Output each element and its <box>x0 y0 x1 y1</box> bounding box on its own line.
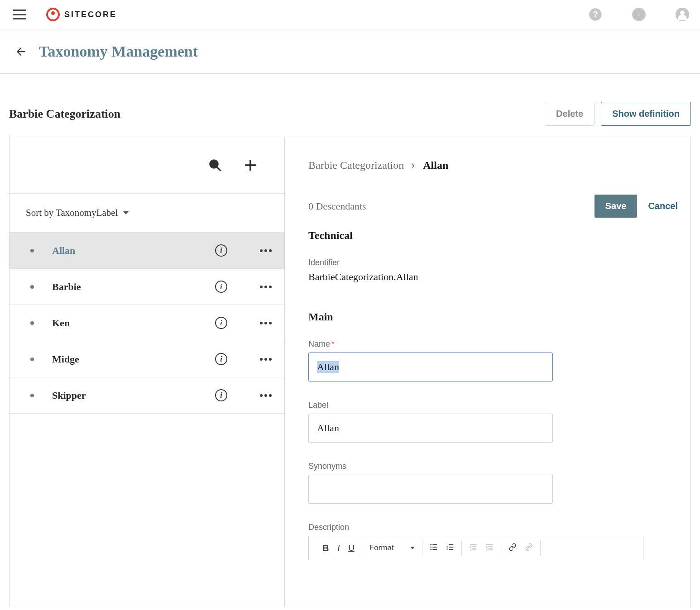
svg-rect-11 <box>432 549 437 550</box>
label-input[interactable] <box>308 414 553 443</box>
help-icon[interactable]: ? <box>589 8 602 21</box>
rte-numbered-list-icon[interactable]: 123 <box>446 543 454 553</box>
info-icon[interactable]: i <box>215 244 227 257</box>
synonyms-label: Synonyms <box>308 462 678 471</box>
tree-item-label: Midge <box>52 353 197 365</box>
more-icon[interactable] <box>260 358 272 361</box>
tree-toolbar <box>10 137 284 194</box>
info-icon[interactable]: i <box>215 317 227 329</box>
identifier-value: BarbieCategorization.Allan <box>308 271 678 283</box>
top-bar: SITECORE ? <box>0 0 700 29</box>
editor-panel: Sort by TaxonomyLabel AllaniBarbieiKeniM… <box>9 137 691 607</box>
bullet-icon <box>30 249 34 253</box>
brand-name: SITECORE <box>64 10 117 19</box>
svg-rect-7 <box>432 544 437 545</box>
tree-item-label: Skipper <box>52 390 197 401</box>
breadcrumb-root[interactable]: Barbie Categorization <box>308 159 404 172</box>
chevron-down-icon <box>123 211 129 214</box>
tree-item[interactable]: Allani <box>10 233 284 269</box>
svg-rect-17 <box>449 549 453 550</box>
gear-icon[interactable] <box>632 8 646 21</box>
logo-mark-icon <box>46 8 60 21</box>
main-header: Main <box>308 311 678 323</box>
more-icon[interactable] <box>260 322 272 324</box>
tree-item[interactable]: Midgei <box>10 341 284 377</box>
content: Barbie Categorization Delete Show defini… <box>0 74 700 607</box>
page-title: Taxonomy Management <box>39 43 198 60</box>
rte-bullet-list-icon[interactable] <box>430 543 438 553</box>
breadcrumb-current: Allan <box>423 159 448 172</box>
section-header: Barbie Categorization Delete Show defini… <box>9 102 691 126</box>
svg-rect-15 <box>449 547 453 548</box>
description-label: Description <box>308 523 678 532</box>
svg-point-3 <box>680 10 685 15</box>
svg-rect-13 <box>449 544 453 545</box>
svg-rect-22 <box>486 544 493 545</box>
name-label: Name* <box>308 339 678 349</box>
more-icon[interactable] <box>260 249 272 252</box>
tree-item[interactable]: Skipperi <box>10 377 284 414</box>
name-input[interactable]: Allan <box>308 353 553 381</box>
more-icon[interactable] <box>260 394 272 397</box>
rte-link-icon[interactable] <box>508 543 517 553</box>
sort-dropdown[interactable]: Sort by TaxonomyLabel <box>10 194 284 233</box>
back-arrow-icon[interactable] <box>14 45 27 58</box>
bullet-icon <box>30 394 34 397</box>
user-icon[interactable] <box>676 8 689 21</box>
detail-column: Barbie Categorization Allan 0 Descendant… <box>285 137 690 607</box>
page-header: Taxonomy Management <box>0 29 700 74</box>
rte-underline-button[interactable]: U <box>348 543 355 553</box>
save-button[interactable]: Save <box>595 195 638 218</box>
rte-format-dropdown[interactable]: Format <box>369 543 415 553</box>
chevron-down-icon <box>410 547 415 549</box>
technical-header: Technical <box>308 229 678 242</box>
more-icon[interactable] <box>260 286 272 288</box>
synonyms-input[interactable] <box>308 475 553 504</box>
info-icon[interactable]: i <box>215 389 227 401</box>
tree-list: AllaniBarbieiKeniMidgeiSkipperi <box>10 233 284 414</box>
menu-icon[interactable] <box>13 10 26 19</box>
svg-text:?: ? <box>593 10 598 19</box>
bullet-icon <box>30 285 34 289</box>
svg-point-8 <box>430 546 432 548</box>
rte-unlink-icon <box>525 543 533 553</box>
tree-column: Sort by TaxonomyLabel AllaniBarbieiKeniM… <box>10 137 285 607</box>
tree-item[interactable]: Barbiei <box>10 269 284 305</box>
delete-button[interactable]: Delete <box>545 102 595 126</box>
tree-item-label: Allan <box>52 245 197 257</box>
svg-rect-19 <box>472 546 476 547</box>
chevron-right-icon <box>410 159 417 172</box>
svg-line-5 <box>217 167 221 171</box>
svg-point-4 <box>210 160 218 168</box>
info-icon[interactable]: i <box>215 281 227 293</box>
svg-rect-24 <box>489 548 493 549</box>
svg-rect-9 <box>432 547 437 548</box>
show-definition-button[interactable]: Show definition <box>601 102 691 126</box>
svg-text:3: 3 <box>446 548 448 551</box>
svg-point-10 <box>430 549 432 550</box>
svg-rect-21 <box>470 549 476 550</box>
add-icon[interactable] <box>244 158 257 172</box>
label-label: Label <box>308 400 678 410</box>
actions-row: 0 Descendants Save Cancel <box>308 195 678 218</box>
section-title: Barbie Categorization <box>9 107 120 121</box>
rte-italic-button[interactable]: I <box>337 543 340 553</box>
cancel-button[interactable]: Cancel <box>648 201 678 211</box>
name-value: Allan <box>317 361 339 373</box>
tree-item[interactable]: Keni <box>10 305 284 341</box>
search-icon[interactable] <box>208 158 222 172</box>
svg-rect-23 <box>489 546 493 547</box>
identifier-label: Identifier <box>308 258 678 267</box>
rte-toolbar: B I U Format <box>308 536 643 560</box>
svg-rect-18 <box>470 544 476 545</box>
brand-logo[interactable]: SITECORE <box>46 8 117 21</box>
bullet-icon <box>30 321 34 325</box>
rte-indent-icon <box>485 543 494 553</box>
svg-rect-20 <box>472 548 476 549</box>
descendants-count: 0 Descendants <box>308 200 595 212</box>
breadcrumb: Barbie Categorization Allan <box>308 137 678 194</box>
info-icon[interactable]: i <box>215 353 227 365</box>
tree-item-label: Ken <box>52 317 197 329</box>
rte-bold-button[interactable]: B <box>322 543 329 553</box>
svg-point-6 <box>430 544 432 545</box>
